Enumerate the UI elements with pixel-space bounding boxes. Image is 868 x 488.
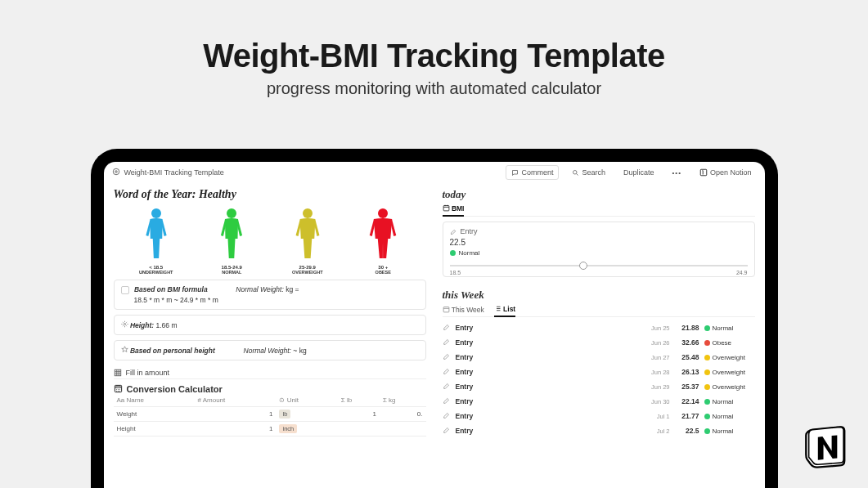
entry-date: Jun 29 xyxy=(642,383,670,391)
formula-card: Based on BMI formula Normal Weight: kg =… xyxy=(114,280,426,310)
svg-point-13 xyxy=(118,389,119,390)
bmi-figure: 30 +OBESE xyxy=(358,208,407,275)
entry-value: 22.5 xyxy=(675,427,699,435)
bmi-entry-card[interactable]: Entry 22.5 Normal 18.5 24.9 xyxy=(443,222,755,277)
entry-name: Entry xyxy=(456,324,474,332)
entry-icon xyxy=(443,426,451,436)
svg-point-16 xyxy=(118,391,119,392)
entry-name: Entry xyxy=(456,383,474,391)
bmi-status: Normal xyxy=(459,249,480,257)
duplicate-button[interactable]: Duplicate xyxy=(618,166,659,179)
entry-status: Normal xyxy=(704,325,755,332)
list-item[interactable]: Entry Jun 26 32.66 Obese xyxy=(443,335,755,350)
entry-name: Entry xyxy=(456,338,474,347)
entry-status: Overweight xyxy=(704,383,755,391)
table-header: ⊙ Unit xyxy=(276,394,337,407)
entry-value: 32.66 xyxy=(675,338,699,347)
entry-date: Jun 26 xyxy=(642,339,670,347)
entry-icon xyxy=(443,338,451,347)
entry-status: Normal xyxy=(704,413,755,420)
entry-date: Jun 30 xyxy=(642,398,670,405)
page-title[interactable]: Weight-BMI Tracking Template xyxy=(124,168,224,177)
table-row[interactable]: Weight1lb10. xyxy=(114,406,426,421)
height-value: 1.66 m xyxy=(156,321,178,329)
hero-title: Weight-BMI Tracking Template xyxy=(0,38,868,74)
list-item[interactable]: Entry Jun 28 26.13 Overweight xyxy=(443,365,755,379)
svg-point-5 xyxy=(227,208,236,218)
entry-name: Entry xyxy=(456,368,474,376)
svg-point-14 xyxy=(119,389,119,390)
personal-label: Based on personal height xyxy=(130,347,215,355)
entry-label: Entry xyxy=(461,227,478,235)
status-dot xyxy=(450,250,456,256)
formula-text: 18.5 * m * m ~ 24.9 * m * m xyxy=(134,296,218,304)
entry-status: Obese xyxy=(704,339,755,347)
list-item[interactable]: Entry Jul 2 22.5 Normal xyxy=(443,423,755,438)
comment-button[interactable]: Comment xyxy=(506,165,559,180)
list-item[interactable]: Entry Jun 25 21.88 Normal xyxy=(443,320,755,335)
search-button[interactable]: Search xyxy=(567,166,610,179)
bmi-slider[interactable]: 18.5 24.9 xyxy=(450,260,748,271)
entry-list: Entry Jun 25 21.88 Normal Entry Jun 26 3… xyxy=(443,320,755,438)
fill-amount-tab[interactable]: Fill in amount xyxy=(114,365,426,379)
formula-label: Based on BMI formula xyxy=(134,285,208,293)
list-tab-label: List xyxy=(503,305,515,313)
more-button[interactable] xyxy=(668,167,686,179)
open-notion-label: Open Notion xyxy=(710,168,752,177)
svg-point-6 xyxy=(303,208,313,218)
topbar: Weight-BMI Tracking Template Comment Sea… xyxy=(104,162,765,183)
svg-rect-3 xyxy=(700,169,707,176)
list-item[interactable]: Entry Jul 1 21.77 Normal xyxy=(443,409,755,423)
svg-point-2 xyxy=(573,170,578,174)
bmi-figure: 18.5-24.9NORMAL xyxy=(207,208,256,275)
svg-rect-19 xyxy=(443,307,449,311)
conv-title-text: Conversion Calculator xyxy=(127,384,223,394)
personal-value: ~ kg xyxy=(293,347,306,355)
word-of-year: Word of the Year: Healthy xyxy=(114,188,426,201)
entry-icon xyxy=(443,396,451,406)
checkbox-icon xyxy=(121,286,129,294)
open-notion-button[interactable]: Open Notion xyxy=(695,166,757,179)
entry-value: 22.14 xyxy=(675,397,699,405)
bmi-tab[interactable]: BMI xyxy=(443,204,465,217)
search-label: Search xyxy=(582,168,605,177)
svg-point-8 xyxy=(124,323,125,325)
svg-point-1 xyxy=(115,171,117,173)
height-label: Height: xyxy=(130,321,154,329)
entry-value: 25.37 xyxy=(675,383,699,391)
slider-max: 24.9 xyxy=(736,270,748,275)
gear-icon xyxy=(121,320,128,329)
list-tab[interactable]: List xyxy=(494,305,516,317)
entry-date: Jun 25 xyxy=(642,325,670,332)
table-row[interactable]: Height1inch xyxy=(114,421,426,436)
entry-status: Normal xyxy=(704,428,755,435)
conversion-table[interactable]: Aa Name# Amount⊙ UnitΣ lbΣ kg Weight1lb1… xyxy=(114,394,426,437)
list-item[interactable]: Entry Jun 27 25.48 Overweight xyxy=(443,350,755,365)
conversion-title: Conversion Calculator xyxy=(114,384,426,394)
bmi-figure: < 18.5UNDERWEIGHT xyxy=(132,208,181,275)
entry-name: Entry xyxy=(456,397,474,405)
slider-knob[interactable] xyxy=(579,262,587,270)
table-header: Aa Name xyxy=(114,394,195,407)
svg-rect-18 xyxy=(443,206,449,211)
list-item[interactable]: Entry Jun 29 25.37 Overweight xyxy=(443,379,755,394)
formula-unit: kg = xyxy=(286,285,299,293)
fill-amount-label: Fill in amount xyxy=(126,369,170,377)
svg-rect-9 xyxy=(115,369,121,376)
entry-icon xyxy=(443,352,451,362)
entry-icon xyxy=(443,382,451,392)
entry-icon xyxy=(443,367,451,377)
entry-date: Jun 28 xyxy=(642,369,670,376)
list-item[interactable]: Entry Jun 30 22.14 Normal xyxy=(443,394,755,409)
svg-point-15 xyxy=(116,391,117,392)
this-week-label: This Week xyxy=(452,306,484,314)
table-header: Σ lb xyxy=(338,394,380,407)
slider-min: 18.5 xyxy=(450,270,461,275)
svg-point-12 xyxy=(116,389,117,390)
comment-label: Comment xyxy=(521,168,553,177)
entry-name: Entry xyxy=(456,427,474,435)
svg-point-17 xyxy=(119,391,119,392)
this-week-tab[interactable]: This Week xyxy=(443,306,484,314)
today-title: today xyxy=(443,188,755,201)
bmi-figures: < 18.5UNDERWEIGHT 18.5-24.9NORMAL 25-29.… xyxy=(119,208,421,275)
